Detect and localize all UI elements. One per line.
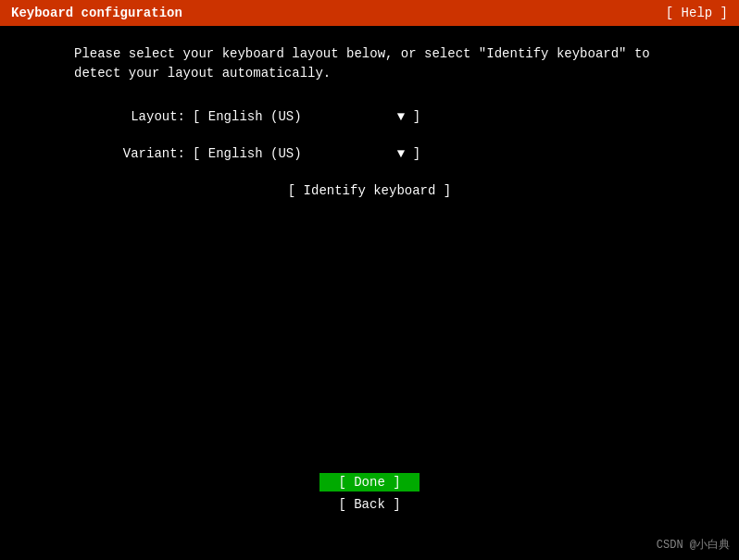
variant-dropdown[interactable]: [ English (US) ▼ ] <box>193 146 420 161</box>
variant-row: Variant: [ English (US) ▼ ] <box>74 146 665 161</box>
help-button[interactable]: [ Help ] <box>666 6 728 20</box>
variant-value: English (US) <box>208 146 394 161</box>
layout-arrow: ▼ <box>397 109 405 124</box>
done-button[interactable]: [ Done ] <box>319 473 419 492</box>
variant-close-bracket: ] <box>413 146 420 161</box>
main-content: Please select your keyboard layout below… <box>0 26 739 244</box>
description-line1: Please select your keyboard layout below… <box>74 44 665 64</box>
back-button[interactable]: [ Back ] <box>319 495 419 514</box>
description-line2: detect your layout automatically. <box>74 64 665 83</box>
layout-spacer2 <box>405 109 412 124</box>
title-bar-title: Keyboard configuration <box>11 6 182 20</box>
layout-value: English (US) <box>208 109 394 124</box>
variant-arrow: ▼ <box>397 146 405 161</box>
bottom-buttons: [ Done ] [ Back ] <box>0 473 739 514</box>
variant-label: Variant: <box>74 146 185 161</box>
layout-dropdown[interactable]: [ English (US) ▼ ] <box>193 109 420 124</box>
watermark: CSDN @小白典 <box>657 537 730 553</box>
variant-spacer2 <box>405 146 412 161</box>
layout-label: Layout: <box>74 109 185 124</box>
layout-close-bracket: ] <box>413 109 420 124</box>
identify-section: [ Identify keyboard ] <box>74 183 665 198</box>
layout-row: Layout: [ English (US) ▼ ] <box>74 109 665 124</box>
layout-spacer <box>200 109 207 124</box>
variant-spacer <box>200 146 207 161</box>
title-bar: Keyboard configuration [ Help ] <box>0 0 739 26</box>
identify-keyboard-button[interactable]: [ Identify keyboard ] <box>288 183 451 198</box>
layout-open-bracket: [ <box>193 109 200 124</box>
variant-open-bracket: [ <box>193 146 200 161</box>
description: Please select your keyboard layout below… <box>74 44 665 83</box>
